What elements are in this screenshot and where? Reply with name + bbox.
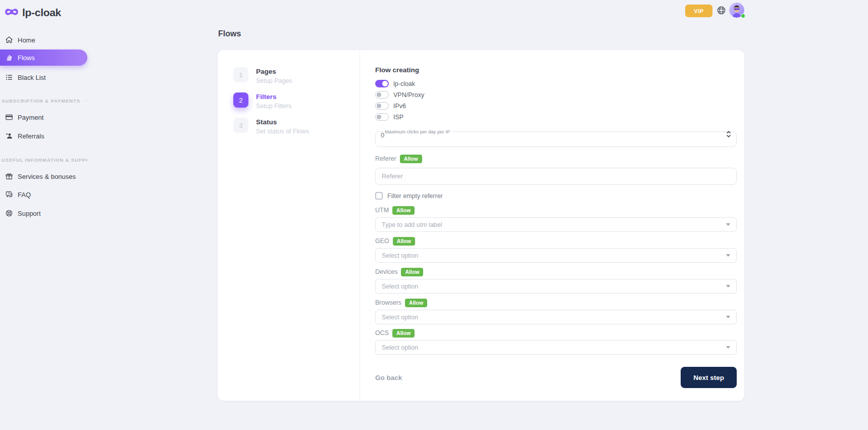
- ocs-label-row: OCS Allow: [375, 328, 737, 338]
- geo-label-row: GEO Allow: [375, 236, 737, 246]
- sidebar-item-label: Home: [18, 36, 35, 44]
- max-clicks-input[interactable]: [381, 131, 726, 139]
- devices-select-placeholder: Select option: [382, 283, 726, 290]
- sidebar-item-referrals[interactable]: Referrals: [0, 128, 87, 144]
- toggle-label: ISP: [393, 114, 403, 121]
- sidebar-item-label: Referrals: [18, 132, 44, 140]
- geo-allow-badge[interactable]: Allow: [393, 237, 415, 246]
- utm-select[interactable]: Type to add utm label: [375, 217, 737, 232]
- online-status-dot: [741, 14, 745, 18]
- ocs-select[interactable]: Select option: [375, 340, 737, 355]
- sidebar-item-label: Flows: [18, 54, 35, 62]
- sidebar-item-support[interactable]: Support: [0, 206, 87, 221]
- browsers-label: Browsers: [375, 299, 401, 306]
- toggle-row-ipv6: IPv6: [375, 102, 737, 110]
- logo[interactable]: lp-cloak: [5, 7, 61, 19]
- ipv6-toggle[interactable]: [375, 102, 389, 110]
- utm-allow-badge[interactable]: Allow: [392, 206, 415, 215]
- ocs-select-placeholder: Select option: [382, 344, 726, 351]
- step-status[interactable]: 3 Status Set status of Flows: [233, 118, 360, 135]
- browsers-allow-badge[interactable]: Allow: [405, 299, 427, 307]
- chevron-down-icon: [726, 316, 730, 318]
- step-pages[interactable]: 1 Pages Setup Pages: [233, 67, 360, 84]
- toggle-group: lp-cloak VPN/Proxy IPv6 ISP: [375, 80, 737, 121]
- avatar[interactable]: [729, 3, 744, 18]
- flows-icon: [5, 54, 13, 62]
- globe-icon[interactable]: [717, 6, 726, 15]
- sidebar-item-faq[interactable]: ?! FAQ: [0, 187, 87, 202]
- browsers-select-placeholder: Select option: [382, 314, 726, 321]
- ocs-allow-badge[interactable]: Allow: [392, 329, 415, 338]
- logo-text: lp-cloak: [22, 7, 61, 19]
- toggle-label: lp-cloak: [393, 80, 415, 87]
- devices-allow-badge[interactable]: Allow: [401, 268, 423, 276]
- topbar: lp-cloak VIP: [0, 0, 868, 26]
- list-icon: [5, 73, 13, 81]
- referral-user-icon: [5, 132, 13, 140]
- step-filters[interactable]: 2 Filters Setup Filters: [233, 92, 360, 110]
- max-clicks-field[interactable]: Maximum clicks per day per IP: [375, 129, 737, 147]
- devices-label: Devices: [375, 268, 397, 275]
- toggle-label: VPN/Proxy: [393, 91, 424, 99]
- form-footer: Go back Next step: [375, 367, 737, 388]
- home-icon: [5, 36, 13, 44]
- chevron-down-icon: [726, 346, 730, 349]
- sidebar-item-black-list[interactable]: Black List: [0, 70, 87, 85]
- sidebar-item-label: Black List: [18, 74, 46, 81]
- utm-label-row: UTM Allow: [375, 206, 737, 215]
- lp-cloak-toggle[interactable]: [375, 80, 389, 87]
- sidebar-item-label: FAQ: [18, 191, 31, 199]
- geo-select[interactable]: Select option: [375, 248, 737, 263]
- number-stepper-icon[interactable]: [726, 130, 731, 140]
- sidebar-section-subscription: SUBSCRIPTION & PAYMENTS: [0, 95, 87, 106]
- toggle-row-lp-cloak: lp-cloak: [375, 80, 737, 87]
- geo-label: GEO: [375, 237, 389, 245]
- go-back-button[interactable]: Go back: [375, 374, 402, 381]
- chevron-down-icon: [726, 254, 730, 257]
- browsers-select[interactable]: Select option: [375, 310, 737, 324]
- step-title: Status: [256, 118, 310, 126]
- filter-empty-referrer-label: Filter empty referrer: [387, 193, 443, 200]
- lifebuoy-icon: [5, 209, 13, 217]
- referer-label: Referer: [375, 155, 396, 162]
- toggle-row-isp: ISP: [375, 113, 737, 121]
- utm-select-placeholder: Type to add utm label: [382, 221, 726, 228]
- isp-toggle[interactable]: [375, 113, 389, 121]
- sidebar-item-label: Services & bonuses: [18, 173, 76, 180]
- ocs-label: OCS: [375, 329, 389, 337]
- referer-allow-badge[interactable]: Allow: [400, 155, 422, 163]
- toggle-label: IPv6: [393, 103, 406, 110]
- vpn-proxy-toggle[interactable]: [375, 91, 389, 99]
- mask-logo-icon: [5, 7, 19, 19]
- form-title: Flow creating: [375, 66, 737, 74]
- geo-select-placeholder: Select option: [382, 252, 726, 259]
- svg-text:?!: ?!: [8, 192, 10, 195]
- stepper: 1 Pages Setup Pages 2 Filters Setup Filt…: [218, 50, 360, 401]
- section-rule: [84, 101, 87, 101]
- toggle-row-vpn-proxy: VPN/Proxy: [375, 91, 737, 99]
- sidebar-item-label: Payment: [18, 114, 43, 121]
- sidebar-item-flows[interactable]: Flows: [0, 50, 87, 66]
- chevron-down-icon: [726, 223, 730, 226]
- devices-select[interactable]: Select option: [375, 279, 737, 294]
- browsers-label-row: Browsers Allow: [375, 298, 737, 307]
- utm-label: UTM: [375, 207, 389, 214]
- referer-input[interactable]: [375, 168, 737, 185]
- step-number: 2: [233, 92, 248, 108]
- filter-empty-referrer-checkbox[interactable]: [375, 192, 383, 200]
- sidebar-item-payment[interactable]: Payment: [0, 110, 87, 125]
- sidebar-item-services-bonuses[interactable]: Services & bonuses: [0, 169, 87, 184]
- sidebar-item-home[interactable]: Home: [0, 32, 87, 47]
- sidebar-section-support: USEFUL INFORMATION & SUPPORT: [0, 155, 87, 165]
- next-step-button[interactable]: Next step: [681, 367, 737, 388]
- sidebar-item-label: Support: [18, 210, 41, 217]
- referer-label-row: Referer Allow: [375, 154, 737, 163]
- devices-label-row: Devices Allow: [375, 267, 737, 276]
- credit-card-icon: [5, 113, 13, 121]
- step-subtitle: Setup Pages: [256, 77, 292, 84]
- vip-badge[interactable]: VIP: [685, 5, 712, 17]
- flow-card: 1 Pages Setup Pages 2 Filters Setup Filt…: [218, 50, 744, 401]
- step-number: 3: [233, 118, 248, 133]
- step-subtitle: Set status of Flows: [256, 128, 310, 135]
- filter-empty-referrer-row[interactable]: Filter empty referrer: [375, 192, 737, 200]
